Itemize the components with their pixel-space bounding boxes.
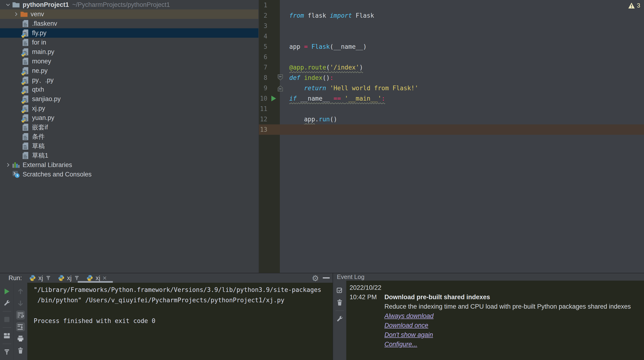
tree-item[interactable]: main.py: [0, 47, 258, 56]
tree-item[interactable]: fly.py: [0, 28, 258, 38]
close-tab-icon[interactable]: ×: [103, 274, 107, 282]
run-tab-1[interactable]: xj: [26, 273, 54, 283]
fold-down-icon[interactable]: [277, 74, 284, 82]
code-line-4[interactable]: 4: [259, 31, 644, 42]
up-icon[interactable]: [16, 287, 25, 296]
wrap-icon[interactable]: [16, 310, 25, 320]
gutter-line-6[interactable]: 6: [259, 52, 280, 62]
markread-icon[interactable]: [335, 286, 344, 294]
code-token: def: [289, 74, 300, 81]
event-link-row: Don't show again: [384, 330, 644, 340]
code-line-12[interactable]: 12 app.run(): [259, 114, 644, 124]
code-line-9[interactable]: 9 return 'Hell world from Flask!': [259, 83, 644, 93]
trash-icon[interactable]: [16, 346, 25, 355]
gutter-line-4[interactable]: 4: [259, 31, 280, 42]
code-token: Flask: [312, 43, 330, 50]
code-line-7[interactable]: 7@app.route('/index'): [259, 62, 644, 72]
gutter-line-2[interactable]: 2: [259, 10, 280, 21]
code-line-11[interactable]: 11: [259, 104, 644, 114]
code-text: [280, 124, 644, 135]
tree-item-label: money: [32, 58, 51, 65]
warning-icon: [628, 2, 635, 9]
folder-icon: [12, 1, 20, 8]
code-line-10[interactable]: 10if __name__ == '__main__':: [259, 93, 644, 104]
tree-item[interactable]: xj.py: [0, 104, 258, 113]
tree-item[interactable]: money: [0, 56, 258, 66]
gutter-line-3[interactable]: 3: [259, 21, 280, 31]
tree-item[interactable]: yuan.py: [0, 113, 258, 122]
code-line-3[interactable]: 3: [259, 21, 644, 31]
trash-icon[interactable]: [335, 298, 344, 307]
code-line-8[interactable]: 8def index():: [259, 72, 644, 83]
chevron-down-icon[interactable]: [4, 2, 12, 8]
event-time: 10:42 PM: [350, 294, 384, 301]
event-log-header[interactable]: Event Log: [333, 273, 644, 280]
code-text: @app.route('/index'): [280, 62, 644, 72]
run-toolbar-left: [0, 283, 14, 360]
gutter-line-11[interactable]: 11: [259, 104, 280, 114]
run-tab-3[interactable]: xj×: [83, 273, 110, 283]
tree-item[interactable]: 条件: [0, 132, 258, 141]
code-line-6[interactable]: 6: [259, 52, 644, 62]
gutter-line-9[interactable]: 9: [259, 83, 280, 93]
stop-icon[interactable]: [2, 315, 11, 324]
code-editor[interactable]: 12from flask import Flask345app = Flask(…: [259, 0, 644, 273]
print-icon[interactable]: [16, 334, 25, 343]
settings-gear-icon[interactable]: ⚙: [312, 274, 319, 283]
event-link[interactable]: Don't show again: [384, 331, 433, 338]
tree-item[interactable]: External Libraries: [0, 160, 258, 170]
pin-icon[interactable]: [74, 275, 80, 281]
gutter-line-8[interactable]: 8: [259, 72, 280, 83]
event-title: Download pre-built shared indexes: [384, 294, 490, 301]
code-line-13[interactable]: 13: [259, 124, 644, 135]
chevron-right-icon[interactable]: [4, 162, 12, 168]
code-line-1[interactable]: 1: [259, 0, 644, 10]
gutter-line-7[interactable]: 7: [259, 62, 280, 72]
tree-item-label: External Libraries: [22, 162, 72, 169]
project-root-row[interactable]: pythonProject1 ~/PycharmProjects/pythonP…: [0, 0, 258, 10]
gutter-line-10[interactable]: 10: [259, 93, 280, 104]
run-line-icon[interactable]: [271, 96, 276, 101]
tree-item[interactable]: sanjiao.py: [0, 94, 258, 104]
scrollend-icon[interactable]: [16, 322, 25, 331]
gutter-line-1[interactable]: 1: [259, 0, 280, 10]
event-link[interactable]: Always download: [384, 312, 434, 320]
project-root-name: pythonProject1: [22, 1, 69, 8]
gutter-line-5[interactable]: 5: [259, 42, 280, 52]
line-number: 4: [264, 33, 267, 40]
wrench-icon[interactable]: [2, 299, 11, 308]
tree-item-label: xj.py: [32, 105, 45, 112]
event-link[interactable]: Download once: [384, 322, 428, 329]
hide-panel-icon[interactable]: [323, 277, 330, 278]
tree-item[interactable]: .flaskenv: [0, 19, 258, 28]
file-icon: [22, 39, 29, 46]
play-icon[interactable]: [2, 287, 11, 296]
event-link[interactable]: Configure...: [384, 341, 418, 348]
file-icon: [22, 58, 29, 65]
tree-item[interactable]: Scratches and Consoles: [0, 170, 258, 179]
wrench-icon[interactable]: [335, 314, 344, 324]
code-line-5[interactable]: 5app = Flask(__name__): [259, 42, 644, 52]
gutter-line-12[interactable]: 12: [259, 114, 280, 124]
gutter-line-13[interactable]: 13: [259, 124, 280, 135]
tree-item[interactable]: qtxh: [0, 85, 258, 94]
pin-icon[interactable]: [46, 275, 51, 281]
chevron-right-icon[interactable]: [12, 11, 20, 17]
layout-icon[interactable]: [2, 331, 11, 340]
tree-item[interactable]: venv: [0, 10, 258, 19]
tree-item-label: main.py: [32, 48, 54, 56]
event-body-text: Reduce the indexing time and CPU load wi…: [384, 302, 644, 311]
tree-item[interactable]: 嵌套if: [0, 122, 258, 132]
code-text: def index():: [280, 72, 644, 83]
tree-item[interactable]: 草稿1: [0, 151, 258, 160]
tree-item[interactable]: py、.py: [0, 76, 258, 85]
code-text: app = Flask(__name__): [280, 42, 644, 52]
fold-up-icon[interactable]: [277, 84, 284, 92]
pin-icon[interactable]: [2, 348, 11, 356]
down-icon[interactable]: [16, 299, 25, 308]
tree-item[interactable]: 草稿: [0, 141, 258, 151]
code-line-2[interactable]: 2from flask import Flask: [259, 10, 644, 21]
tree-item[interactable]: ne.py: [0, 66, 258, 76]
tree-item[interactable]: for in: [0, 38, 258, 47]
inspection-warning-widget[interactable]: 3: [628, 2, 640, 9]
